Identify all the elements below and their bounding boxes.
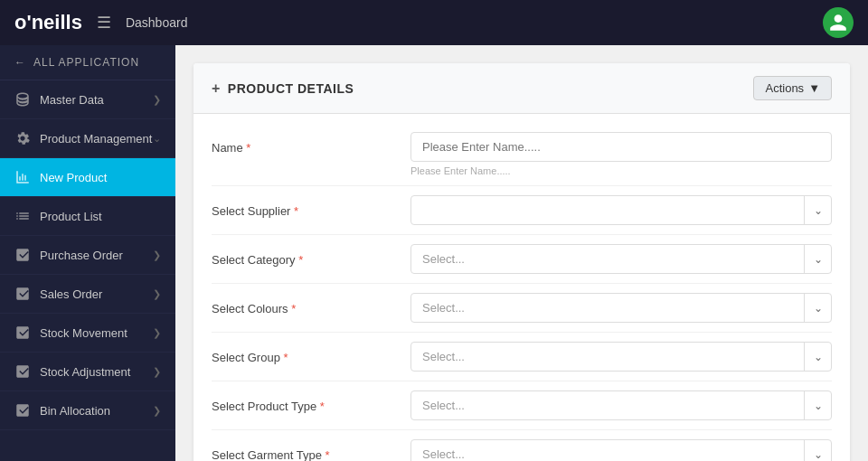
user-icon xyxy=(828,13,848,33)
topbar-title: Dashboard xyxy=(126,15,823,30)
card-title: + PRODUCT DETAILS xyxy=(212,80,354,97)
sidebar-item-product-list[interactable]: Product List xyxy=(0,197,175,236)
user-avatar[interactable] xyxy=(823,7,854,38)
main-content: + PRODUCT DETAILS Actions ▼ Name * Pleas… xyxy=(175,45,868,461)
chevron-right-icon: ❯ xyxy=(153,405,161,417)
select-divider xyxy=(804,342,805,372)
sidebar-item-sales-order[interactable]: Sales Order ❯ xyxy=(0,275,175,314)
required-marker: * xyxy=(298,253,303,267)
required-marker: * xyxy=(291,302,296,315)
form-body: Name * Please Enter Name..... Select Sup… xyxy=(193,114,850,461)
bar-chart-icon xyxy=(14,169,31,185)
card-header: + PRODUCT DETAILS Actions ▼ xyxy=(193,63,850,114)
form-row-name: Name * Please Enter Name..... xyxy=(212,123,832,186)
dropdown-arrow-icon: ▼ xyxy=(808,81,820,95)
adjustment-icon xyxy=(14,363,31,380)
required-marker: * xyxy=(294,204,298,218)
product-details-card: + PRODUCT DETAILS Actions ▼ Name * Pleas… xyxy=(193,63,850,461)
label-category: Select Category * xyxy=(212,244,410,267)
colours-select[interactable]: Select... xyxy=(410,293,832,323)
chevron-right-icon: ❯ xyxy=(153,327,161,339)
movement-icon xyxy=(14,325,31,341)
sidebar-item-stock-adjustment[interactable]: Stock Adjustment ❯ xyxy=(0,353,175,391)
label-name: Name * xyxy=(212,132,410,155)
chevron-right-icon: ❯ xyxy=(153,366,161,378)
form-row-garment-type: Select Garment Type * Select... ⌄ xyxy=(212,430,832,461)
required-marker: * xyxy=(320,400,325,413)
name-input[interactable] xyxy=(410,132,832,162)
bin-icon xyxy=(14,402,31,419)
garment-type-select[interactable]: Select... xyxy=(410,439,832,461)
supplier-select[interactable] xyxy=(410,195,832,225)
select-divider xyxy=(804,293,805,323)
sidebar-item-master-data[interactable]: Master Data ❯ xyxy=(0,80,175,119)
name-hint: Please Enter Name..... xyxy=(410,165,832,176)
arrow-left-icon: ← xyxy=(14,56,26,69)
sidebar-item-purchase-order[interactable]: Purchase Order ❯ xyxy=(0,236,175,275)
chevron-right-icon: ❯ xyxy=(153,249,161,261)
sidebar-item-product-management[interactable]: Product Management ⌄ xyxy=(0,119,175,158)
chevron-right-icon: ⌄ xyxy=(153,133,161,145)
label-product-type: Select Product Type * xyxy=(212,390,410,413)
required-marker: * xyxy=(284,351,288,364)
product-type-select[interactable]: Select... xyxy=(410,390,832,420)
actions-button[interactable]: Actions ▼ xyxy=(753,76,832,100)
form-row-colours: Select Colours * Select... ⌄ xyxy=(212,284,832,333)
required-marker: * xyxy=(246,141,250,155)
form-row-supplier: Select Supplier * ⌄ xyxy=(212,186,832,235)
hamburger-icon[interactable]: ☰ xyxy=(97,13,111,33)
category-select[interactable]: Select... xyxy=(410,244,832,274)
label-garment-type: Select Garment Type * xyxy=(212,439,410,461)
select-divider xyxy=(804,439,805,461)
sidebar-item-new-product[interactable]: New Product xyxy=(0,158,175,197)
plus-icon: + xyxy=(212,80,221,97)
chevron-right-icon: ❯ xyxy=(153,94,161,106)
label-group: Select Group * xyxy=(212,342,410,364)
sidebar-item-stock-movement[interactable]: Stock Movement ❯ xyxy=(0,314,175,353)
select-divider xyxy=(804,195,805,225)
sidebar-item-bin-allocation[interactable]: Bin Allocation ❯ xyxy=(0,391,175,430)
sales-icon xyxy=(14,286,31,302)
settings-icon xyxy=(14,130,31,146)
label-colours: Select Colours * xyxy=(212,293,410,315)
select-divider xyxy=(804,244,805,274)
list-icon xyxy=(14,208,31,224)
form-row-category: Select Category * Select... ⌄ xyxy=(212,235,832,284)
group-select[interactable]: Select... xyxy=(410,342,832,372)
topbar: o'neills ☰ Dashboard xyxy=(0,0,868,45)
select-divider xyxy=(804,390,805,420)
sidebar-all-apps: ← ALL APPLICATION xyxy=(0,45,175,80)
sidebar: ← ALL APPLICATION Master Data ❯ Product … xyxy=(0,45,175,461)
form-row-product-type: Select Product Type * Select... ⌄ xyxy=(212,381,832,430)
logo: o'neills xyxy=(14,11,82,34)
form-row-group: Select Group * Select... ⌄ xyxy=(212,333,832,381)
chevron-right-icon: ❯ xyxy=(153,288,161,300)
required-marker: * xyxy=(326,448,330,461)
order-icon xyxy=(14,247,31,263)
database-icon xyxy=(14,91,31,108)
label-supplier: Select Supplier * xyxy=(212,195,410,218)
